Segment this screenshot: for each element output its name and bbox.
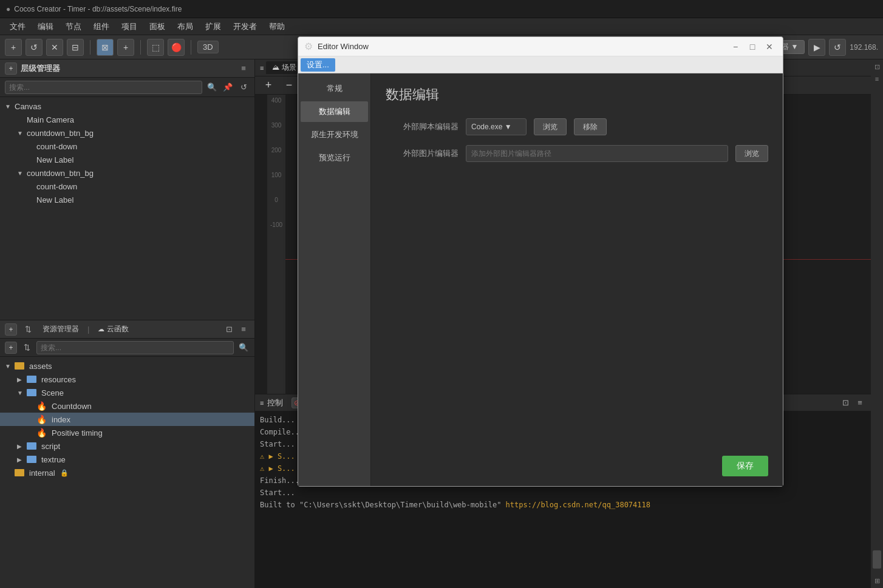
add-node-btn[interactable]: + xyxy=(5,39,22,56)
play-btn[interactable]: ▶ xyxy=(808,39,825,56)
asset-label-index: index xyxy=(52,415,70,424)
asset-internal[interactable]: internal 🔒 xyxy=(0,466,254,479)
editor-settings-menu[interactable]: 设置... xyxy=(301,58,335,72)
r-grid-icon[interactable]: ⊞ xyxy=(872,576,882,586)
assets-sort-icon[interactable]: ⇅ xyxy=(21,342,33,354)
assets-search-icon[interactable]: 🔍 xyxy=(237,342,250,354)
console-expand-btn[interactable]: ⊡ xyxy=(839,397,851,409)
asset-label-textrue: textrue xyxy=(41,455,66,464)
zoom-in-btn[interactable]: + xyxy=(260,77,277,94)
editor-win-menu: 设置... xyxy=(298,56,783,73)
menu-edit[interactable]: 编辑 xyxy=(33,20,58,33)
assets-expand-btn[interactable]: ⊡ xyxy=(223,323,235,336)
editor-sidebar-native[interactable]: 原生开发环境 xyxy=(301,124,368,145)
resize-btn[interactable]: ⊟ xyxy=(67,39,84,56)
menu-layout[interactable]: 布局 xyxy=(172,20,198,33)
editor-sidebar-data[interactable]: 数据编辑 xyxy=(301,101,368,122)
assets-header: + ⇅ 资源管理器 | ☁ 云函数 ⊡ ≡ xyxy=(0,320,254,339)
asset-script[interactable]: ▶ script xyxy=(0,439,254,453)
scene-icon-index: 🔥 xyxy=(36,414,47,424)
editor-remove-btn[interactable]: 移除 xyxy=(574,118,607,135)
hierarchy-add-btn[interactable]: + xyxy=(5,63,17,75)
tree-count-down-2[interactable]: count-down xyxy=(0,180,254,193)
tree-countdown-btn-bg-2[interactable]: ▼ countdown_btn_bg xyxy=(0,166,254,180)
ruler-200: 200 xyxy=(271,147,282,154)
asset-label-positive: Positive timing xyxy=(52,428,103,438)
editor-browse-btn-1[interactable]: 浏览 xyxy=(534,118,567,135)
close-btn[interactable]: ✕ xyxy=(46,39,63,56)
asset-positive-timing[interactable]: 🔥 Positive timing xyxy=(0,426,254,439)
menu-extend[interactable]: 扩展 xyxy=(200,20,226,33)
asset-textrue[interactable]: ▶ textrue xyxy=(0,453,254,466)
assets-add-btn[interactable]: + xyxy=(5,323,17,336)
r-menu-icon[interactable]: ≡ xyxy=(872,74,882,84)
menu-node[interactable]: 节点 xyxy=(61,20,86,33)
editor-sidebar-preview[interactable]: 预览运行 xyxy=(301,147,368,168)
asset-index[interactable]: 🔥 index xyxy=(0,413,254,426)
editor-win-sidebar: 常规 数据编辑 原生开发环境 预览运行 xyxy=(298,73,371,486)
editor-save-btn[interactable]: 保存 xyxy=(722,456,768,476)
hierarchy-refresh-icon[interactable]: ↺ xyxy=(237,81,250,93)
hierarchy-search-input[interactable] xyxy=(5,81,202,94)
editor-win-minimize[interactable]: − xyxy=(728,40,743,53)
move-btn[interactable]: ⊠ xyxy=(97,39,114,56)
asset-label-resources: resources xyxy=(41,375,76,384)
menu-file[interactable]: 文件 xyxy=(5,20,30,33)
separator-3 xyxy=(191,40,191,55)
tree-count-down-1[interactable]: count-down xyxy=(0,140,254,153)
asset-scene-folder[interactable]: ▼ Scene xyxy=(0,386,254,399)
hierarchy-tree: ▼ Canvas Main Camera ▼ countdown_btn_bg xyxy=(0,97,254,320)
zoom-out-btn[interactable]: − xyxy=(281,77,298,94)
tree-countdown-btn-bg-1[interactable]: ▼ countdown_btn_bg xyxy=(0,126,254,140)
tree-main-camera[interactable]: Main Camera xyxy=(0,113,254,126)
asset-resources[interactable]: ▶ resources xyxy=(0,373,254,386)
ruler-0: 0 xyxy=(274,197,278,203)
menu-help[interactable]: 帮助 xyxy=(264,20,290,33)
assets-tree: ▼ assets ▶ resources ▼ Scene xyxy=(0,357,254,588)
editor-win-close[interactable]: ✕ xyxy=(762,40,777,53)
tree-canvas[interactable]: ▼ Canvas xyxy=(0,100,254,113)
console-line-7: Start... xyxy=(260,487,866,499)
mode-3d-btn[interactable]: 3D xyxy=(197,41,219,53)
menu-dev[interactable]: 开发者 xyxy=(228,20,262,33)
console-menu-btn[interactable]: ≡ xyxy=(854,397,866,409)
menu-project[interactable]: 项目 xyxy=(117,20,142,33)
scene-tab[interactable]: ⛰ 场景 xyxy=(266,61,302,74)
editor-script-row: 外部脚本编辑器 Code.exe ▼ 浏览 移除 xyxy=(386,118,768,135)
rect-btn[interactable]: ⬚ xyxy=(147,39,164,56)
rotate-btn[interactable]: + xyxy=(117,39,134,56)
tree-new-label-2[interactable]: New Label xyxy=(0,193,254,206)
cloud-tab[interactable]: ☁ 云函数 xyxy=(94,323,132,336)
editor-script-dropdown[interactable]: Code.exe ▼ xyxy=(466,118,527,135)
left-panel: + 层级管理器 ≡ 🔍 📌 ↺ ▼ Canvas xyxy=(0,59,255,588)
menu-panel[interactable]: 面板 xyxy=(145,20,170,33)
hierarchy-pin-icon[interactable]: 📌 xyxy=(222,81,234,93)
editor-browse-btn-2[interactable]: 浏览 xyxy=(735,145,768,162)
hierarchy-menu-btn[interactable]: ≡ xyxy=(237,63,250,75)
refresh-btn[interactable]: ↺ xyxy=(26,39,43,56)
r-expand-icon[interactable]: ⊡ xyxy=(872,62,882,72)
assets-tab[interactable]: 资源管理器 xyxy=(39,323,83,336)
asset-label-script: script xyxy=(41,442,60,451)
align-btn[interactable]: 🔴 xyxy=(168,39,185,56)
folder-icon-textrue xyxy=(27,456,36,463)
assets-add-btn-2[interactable]: + xyxy=(5,342,17,354)
assets-menu-btn[interactable]: ≡ xyxy=(237,323,250,336)
editor-sidebar-general[interactable]: 常规 xyxy=(301,78,368,99)
tree-label-btn1: countdown_btn_bg xyxy=(27,129,94,138)
console-line-8: Built to "C:\Users\sskt\Desktop\Timer\bu… xyxy=(260,499,866,511)
menu-component[interactable]: 组件 xyxy=(89,20,114,33)
editor-image-input[interactable] xyxy=(466,145,728,162)
assets-search-input[interactable] xyxy=(36,341,234,354)
ruler-300: 300 xyxy=(271,122,282,129)
editor-win-maximize[interactable]: □ xyxy=(745,40,760,53)
hierarchy-search-icon[interactable]: 🔍 xyxy=(206,81,218,93)
asset-label-internal: internal xyxy=(29,468,55,478)
asset-assets[interactable]: ▼ assets xyxy=(0,359,254,373)
tree-new-label-1[interactable]: New Label xyxy=(0,153,254,166)
pause-btn[interactable]: ↺ xyxy=(829,39,846,56)
asset-countdown[interactable]: 🔥 Countdown xyxy=(0,399,254,413)
hierarchy-header: + 层级管理器 ≡ xyxy=(0,59,254,78)
sort-icon[interactable]: ⇅ xyxy=(22,323,34,336)
asset-label-scene: Scene xyxy=(41,388,64,397)
